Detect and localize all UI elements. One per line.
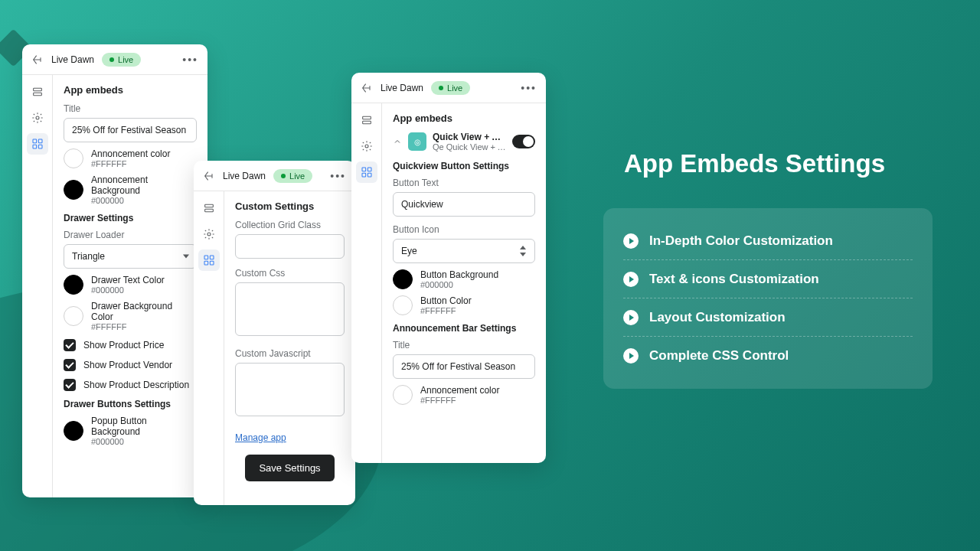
grid-class-input[interactable] [235, 234, 345, 259]
app-icon: ◎ [408, 132, 426, 151]
show-vendor-checkbox[interactable]: Show Product Vendor [64, 359, 197, 371]
show-description-checkbox[interactable]: Show Product Description [64, 379, 197, 391]
custom-css-input[interactable] [235, 282, 345, 336]
settings-icon[interactable] [198, 223, 220, 245]
sections-icon[interactable] [356, 109, 377, 131]
sections-icon[interactable] [198, 197, 220, 219]
panel-sidebar [351, 103, 382, 463]
more-menu-icon[interactable]: ••• [521, 82, 537, 94]
color-hex: #000000 [91, 285, 165, 295]
svg-rect-13 [210, 261, 214, 265]
color-swatch [64, 180, 83, 200]
drawer-buttons-heading: Drawer Buttons Settings [64, 399, 197, 409]
feature-item: In-Depth Color Customization [603, 222, 933, 260]
manage-app-link[interactable]: Manage app [235, 432, 286, 443]
more-menu-icon[interactable]: ••• [330, 170, 346, 182]
checkbox-icon [64, 339, 76, 351]
back-icon[interactable] [31, 54, 44, 66]
chevron-up-icon[interactable] [393, 137, 402, 146]
live-status-badge: Live [431, 81, 470, 95]
announcement-title-label: Title [393, 340, 535, 350]
settings-icon[interactable] [27, 107, 48, 129]
show-price-checkbox[interactable]: Show Product Price [64, 339, 197, 351]
feature-text: Layout Customization [649, 310, 786, 325]
color-label: Button Color [420, 295, 472, 306]
play-icon [623, 272, 639, 287]
grid-class-label: Collection Grid Class [235, 220, 345, 230]
feature-item: Complete CSS Control [603, 337, 933, 375]
feature-text: Text & icons Customization [649, 272, 819, 287]
color-swatch [393, 385, 413, 405]
quickview-settings-panel: Live Dawn Live ••• App embeds ◎ Quick Vi… [351, 73, 546, 463]
svg-rect-17 [362, 168, 366, 171]
quickview-settings-heading: Quickview Button Settings [393, 161, 535, 171]
section-title: Custom Settings [235, 201, 345, 212]
back-icon[interactable] [361, 82, 373, 94]
button-text-input[interactable] [393, 192, 535, 217]
color-hex: #FFFFFF [91, 322, 197, 331]
embed-sub: Qe Quick View + Ann... [433, 142, 506, 152]
svg-rect-10 [204, 256, 208, 259]
save-settings-button[interactable]: Save Settings [245, 455, 334, 481]
color-swatch [393, 269, 413, 289]
live-status-badge: Live [102, 53, 141, 67]
custom-js-input[interactable] [235, 363, 345, 416]
app-embeds-panel: Live Dawn Live ••• App embeds Title Anno… [22, 44, 207, 497]
svg-point-9 [207, 233, 211, 236]
live-status-badge: Live [273, 169, 312, 183]
status-text: Live [118, 55, 133, 64]
color-hex: #000000 [91, 196, 197, 205]
theme-name: Live Dawn [223, 171, 266, 181]
svg-rect-3 [33, 139, 37, 143]
drawer-loader-label: Drawer Loader [64, 230, 197, 240]
announcement-color-row[interactable]: Annoncement color#FFFFFF [393, 385, 535, 405]
feature-text: Complete CSS Control [649, 348, 789, 364]
svg-rect-19 [362, 173, 366, 177]
button-icon-select[interactable] [393, 239, 535, 263]
panel-content: Custom Settings Collection Grid Class Cu… [224, 191, 355, 505]
more-menu-icon[interactable]: ••• [182, 54, 198, 66]
embed-toggle[interactable] [512, 135, 535, 148]
title-input[interactable] [64, 118, 197, 142]
color-hex: #FFFFFF [420, 396, 499, 405]
announcement-color-row[interactable]: Annoncement color#FFFFFF [64, 148, 197, 168]
button-color-row[interactable]: Button Color#FFFFFF [393, 295, 535, 315]
drawer-text-row[interactable]: Drawer Text Color#000000 [64, 275, 197, 295]
check-label: Show Product Price [83, 340, 164, 350]
checkbox-icon [64, 359, 76, 371]
announcement-title-input[interactable] [393, 354, 535, 379]
color-swatch [64, 421, 83, 441]
svg-rect-18 [368, 168, 371, 171]
app-embeds-icon[interactable] [198, 249, 220, 271]
play-icon [623, 348, 639, 364]
panel-content: App embeds ◎ Quick View + Annou... Qe Qu… [382, 103, 546, 463]
sections-icon[interactable] [27, 81, 48, 103]
feature-item: Layout Customization [603, 298, 933, 337]
svg-point-2 [36, 116, 39, 119]
popup-btn-bg-row[interactable]: Popup Button Background#000000 [64, 416, 197, 446]
color-label: Annoncement color [91, 148, 170, 159]
status-text: Live [447, 83, 462, 93]
theme-name: Live Dawn [51, 54, 94, 65]
section-title: App embeds [64, 84, 197, 96]
color-swatch [393, 295, 413, 315]
svg-rect-6 [38, 145, 42, 148]
checkbox-icon [64, 379, 76, 391]
back-icon[interactable] [203, 170, 215, 182]
svg-rect-11 [210, 256, 214, 259]
panel-sidebar [22, 75, 53, 497]
app-embeds-icon[interactable] [356, 161, 377, 183]
drawer-bg-row[interactable]: Drawer Background Color#FFFFFF [64, 301, 197, 331]
check-label: Show Product Vendor [83, 360, 172, 370]
drawer-loader-select[interactable] [64, 244, 197, 269]
button-bg-row[interactable]: Button Background#000000 [393, 269, 535, 289]
panel-header: Live Dawn Live ••• [22, 44, 207, 75]
button-icon-label: Button Icon [393, 224, 535, 235]
color-hex: #FFFFFF [91, 159, 170, 168]
settings-icon[interactable] [356, 135, 377, 157]
svg-rect-5 [33, 145, 37, 148]
color-hex: #000000 [91, 437, 197, 446]
svg-rect-1 [33, 93, 41, 95]
announcement-bg-row[interactable]: Annoncement Background#000000 [64, 174, 197, 205]
app-embeds-icon[interactable] [27, 133, 48, 155]
